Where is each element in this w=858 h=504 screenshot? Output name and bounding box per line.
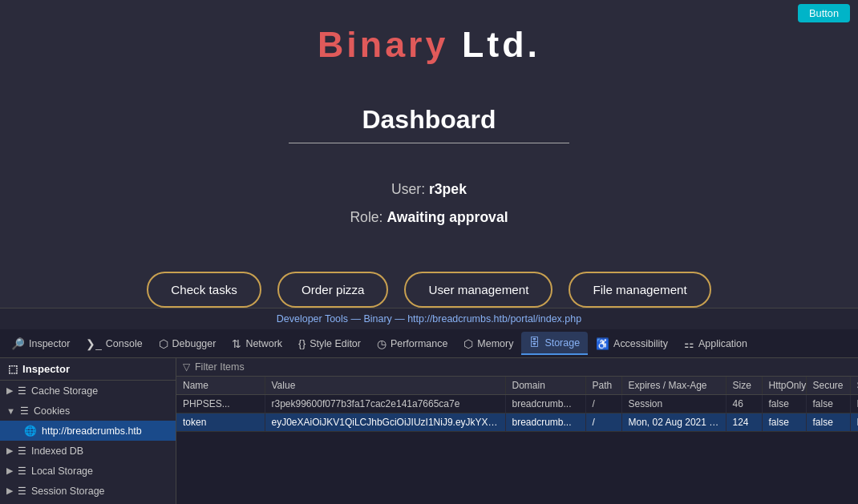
col-secure-header: Secure — [806, 377, 850, 395]
cookies-arrow: ▼ — [6, 406, 15, 416]
tab-style-label: Style Editor — [310, 338, 361, 349]
cookies-table: Name Value Domain Path Expires / Max-Age… — [176, 377, 858, 432]
table-cell: 124 — [726, 413, 762, 432]
tab-application[interactable]: ⚏ Application — [676, 333, 755, 355]
role-value: Awaiting approval — [387, 209, 508, 225]
sidebar-item-indexed-db[interactable]: ▶ ☰ Indexed DB — [0, 441, 176, 461]
main-content: Button Binary Ltd. Dashboard User: r3pek… — [0, 0, 858, 308]
tab-performance-label: Performance — [391, 338, 447, 349]
col-s-header: S — [850, 377, 858, 395]
table-cell: breadcrumb... — [505, 413, 585, 432]
logo: Binary Ltd. — [318, 24, 540, 65]
devtools-tabs: 🔎 Inspector ❯_ Console ⬡ Debugger ⇅ Netw… — [0, 329, 858, 358]
inspector-icon: 🔎 — [11, 337, 25, 350]
user-value: r3pek — [429, 181, 467, 197]
session-storage-label: Session Storage — [31, 486, 105, 497]
table-cell: N — [850, 395, 858, 413]
table-row[interactable]: tokeneyJ0eXAiOiJKV1QiLCJhbGciOiJIUzI1NiJ… — [176, 413, 858, 432]
table-cell: false — [806, 395, 850, 413]
tab-style-editor[interactable]: {} Style Editor — [290, 333, 369, 354]
indexed-db-arrow: ▶ — [6, 446, 13, 456]
storage-icon: 🗄 — [529, 337, 540, 349]
tab-accessibility[interactable]: ♿ Accessibility — [588, 333, 676, 355]
local-storage-icon: ☰ — [18, 465, 26, 477]
tab-console[interactable]: ❯_ Console — [78, 333, 150, 355]
table-cell: false — [762, 413, 806, 432]
session-storage-arrow: ▶ — [6, 486, 13, 496]
console-icon: ❯_ — [86, 337, 102, 350]
sidebar-item-breadcrumbs-htb[interactable]: 🌐 http://breadcrumbs.htb — [0, 421, 176, 441]
cookies-icon: ☰ — [20, 405, 29, 417]
application-icon: ⚏ — [684, 337, 694, 350]
role-label: Role: — [350, 209, 382, 225]
breadcrumbs-label: http://breadcrumbs.htb — [42, 425, 142, 437]
session-storage-icon: ☰ — [18, 485, 26, 497]
devtools-panel: ⬚ Inspector ▶ ☰ Cache Storage ▼ ☰ Cookie… — [0, 358, 858, 504]
title-divider — [289, 143, 569, 143]
memory-icon: ⬡ — [463, 337, 473, 350]
table-cell: r3pek99600f077b3fa17cac2e141a7665ca7e — [265, 395, 505, 413]
top-right-button[interactable]: Button — [798, 4, 850, 22]
col-size-header: Size — [726, 377, 762, 395]
col-value-header: Value — [265, 377, 505, 395]
cookies-label: Cookies — [34, 405, 70, 417]
cache-storage-arrow: ▶ — [6, 385, 13, 396]
sidebar-item-cache-storage[interactable]: ▶ ☰ Cache Storage — [0, 381, 176, 401]
tab-inspector-label: Inspector — [29, 338, 70, 349]
sidebar-item-local-storage[interactable]: ▶ ☰ Local Storage — [0, 461, 176, 481]
col-domain-header: Domain — [505, 377, 585, 395]
tab-network-label: Network — [245, 338, 282, 349]
order-pizza-button[interactable]: Order pizza — [277, 272, 389, 308]
col-name-header: Name — [176, 377, 265, 395]
inspector-header-label: Inspector — [22, 363, 70, 375]
filter-label: Filter Items — [195, 361, 245, 373]
table-cell: Mon, 02 Aug 2021 1... — [621, 413, 726, 432]
tab-accessibility-label: Accessibility — [613, 338, 668, 349]
tab-memory[interactable]: ⬡ Memory — [455, 333, 521, 355]
user-info: User: r3pek Role: Awaiting approval — [350, 175, 508, 232]
cache-storage-label: Cache Storage — [31, 385, 98, 397]
cache-storage-icon: ☰ — [18, 385, 26, 397]
indexed-db-label: Indexed DB — [31, 446, 83, 457]
tab-network[interactable]: ⇅ Network — [224, 333, 290, 355]
logo-ltd: Ltd. — [462, 24, 540, 64]
tab-memory-label: Memory — [477, 338, 513, 349]
tab-storage-label: Storage — [544, 337, 580, 349]
user-management-button[interactable]: User management — [404, 272, 552, 308]
table-row[interactable]: PHPSES...r3pek99600f077b3fa17cac2e141a76… — [176, 395, 858, 413]
table-cell: 46 — [726, 395, 762, 413]
logo-binary: Binary — [318, 24, 448, 64]
debugger-icon: ⬡ — [159, 337, 168, 350]
network-icon: ⇅ — [232, 337, 241, 350]
user-label: User: — [391, 181, 425, 197]
file-management-button[interactable]: File management — [569, 272, 710, 308]
indexed-db-icon: ☰ — [18, 445, 26, 457]
filter-icon: ▽ — [183, 361, 190, 373]
table-cell: false — [762, 395, 806, 413]
accessibility-icon: ♿ — [596, 337, 609, 350]
tab-application-label: Application — [698, 338, 747, 349]
sidebar-item-cookies[interactable]: ▼ ☰ Cookies — [0, 401, 176, 421]
tab-debugger[interactable]: ⬡ Debugger — [151, 333, 225, 355]
tab-storage[interactable]: 🗄 Storage — [521, 332, 588, 355]
col-path-header: Path — [585, 377, 621, 395]
col-expires-header: Expires / Max-Age — [621, 377, 726, 395]
table-cell: PHPSES... — [176, 395, 265, 413]
check-tasks-button[interactable]: Check tasks — [147, 272, 261, 308]
storage-sidebar: ⬚ Inspector ▶ ☰ Cache Storage ▼ ☰ Cookie… — [0, 358, 176, 504]
local-storage-arrow: ▶ — [6, 466, 13, 476]
table-cell: false — [806, 413, 850, 432]
table-cell: Session — [621, 395, 726, 413]
filter-bar: ▽ Filter Items — [176, 358, 858, 377]
local-storage-label: Local Storage — [31, 466, 93, 477]
tab-debugger-label: Debugger — [172, 338, 217, 349]
table-header-row: Name Value Domain Path Expires / Max-Age… — [176, 377, 858, 395]
tab-inspector[interactable]: 🔎 Inspector — [3, 333, 78, 355]
tab-performance[interactable]: ◷ Performance — [369, 333, 455, 355]
table-cell: / — [585, 413, 621, 432]
table-cell: breadcrumb... — [505, 395, 585, 413]
sidebar-item-session-storage[interactable]: ▶ ☰ Session Storage — [0, 481, 176, 501]
storage-content: ▽ Filter Items Name Value Domain Path Ex… — [176, 358, 858, 504]
performance-icon: ◷ — [377, 337, 387, 350]
inspector-header: ⬚ Inspector — [0, 358, 176, 381]
